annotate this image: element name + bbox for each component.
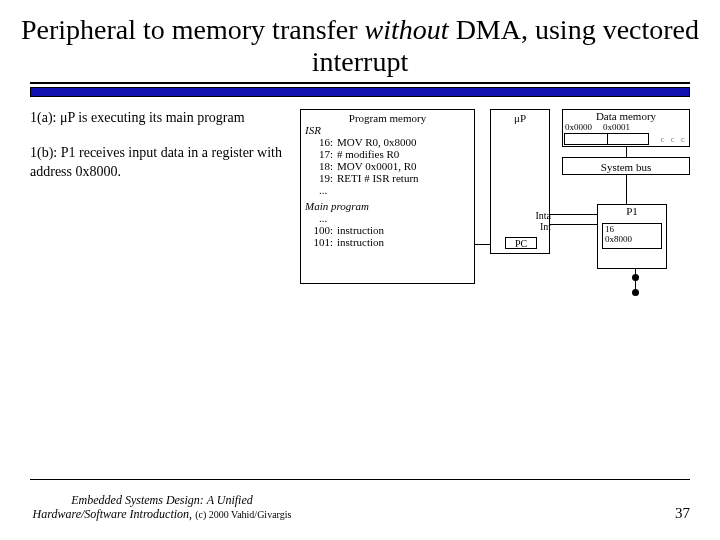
step-1a: 1(a): μP is executing its main program xyxy=(30,109,290,128)
connector-line xyxy=(626,175,627,204)
data-memory-box: Data memory 0x0000 0x0001 c c c xyxy=(562,109,690,147)
program-memory-box: Program memory ISR 16:MOV R0, 0x8000 17:… xyxy=(300,109,475,284)
step-1b: 1(b): P1 receives input data in a regist… xyxy=(30,144,290,182)
title-pre: Peripheral to memory transfer xyxy=(21,14,365,45)
data-memory-addresses: 0x0000 0x0001 xyxy=(563,122,689,132)
connector-line xyxy=(626,147,627,157)
code-ellipsis: ... xyxy=(305,212,470,224)
isr-label: ISR xyxy=(305,124,470,136)
cell-divider xyxy=(607,134,608,144)
code-line: 18:MOV 0x0001, R0 xyxy=(305,160,470,172)
content-area: 1(a): μP is executing its main program 1… xyxy=(0,109,720,449)
pc-register: PC xyxy=(505,237,537,249)
title-bluebar xyxy=(30,87,690,97)
connector-line xyxy=(550,224,597,225)
title-italic: without xyxy=(365,14,449,45)
code-line: 19:RETI # ISR return xyxy=(305,172,470,184)
p1-label: P1 xyxy=(598,205,666,217)
microprocessor-box: μP Inta Int PC xyxy=(490,109,550,254)
title-underline xyxy=(30,82,690,84)
data-memory-cells xyxy=(564,133,649,145)
footer-divider xyxy=(30,479,690,480)
diagram: Program memory ISR 16:MOV R0, 0x8000 17:… xyxy=(300,109,700,329)
code-line: 100:instruction xyxy=(305,224,470,236)
connector-line xyxy=(475,244,490,245)
connector-line xyxy=(635,269,636,294)
code-line: 17:# modifies R0 xyxy=(305,148,470,160)
inta-int-labels: Inta Int xyxy=(535,210,551,232)
connector-line xyxy=(550,214,597,215)
data-memory-title: Data memory xyxy=(563,110,689,122)
system-bus-box: System bus xyxy=(562,157,690,175)
program-memory-title: Program memory xyxy=(305,112,470,124)
page-number: 37 xyxy=(675,505,690,522)
data-memory-ellipsis: c c c xyxy=(661,134,687,144)
footer: Embedded Systems Design: A Unified Hardw… xyxy=(32,494,690,522)
code-line: 101:instruction xyxy=(305,236,470,248)
up-label: μP xyxy=(514,112,526,124)
step-descriptions: 1(a): μP is executing its main program 1… xyxy=(30,109,290,198)
code-line: 16:MOV R0, 0x8000 xyxy=(305,136,470,148)
footer-citation: Embedded Systems Design: A Unified Hardw… xyxy=(32,494,292,522)
peripheral-p1-box: P1 16 0x8000 xyxy=(597,204,667,269)
p1-register-box: 16 0x8000 xyxy=(602,223,662,249)
main-program-label: Main program xyxy=(305,200,470,212)
code-ellipsis: ... xyxy=(305,184,470,196)
slide-title: Peripheral to memory transfer without DM… xyxy=(20,14,700,78)
